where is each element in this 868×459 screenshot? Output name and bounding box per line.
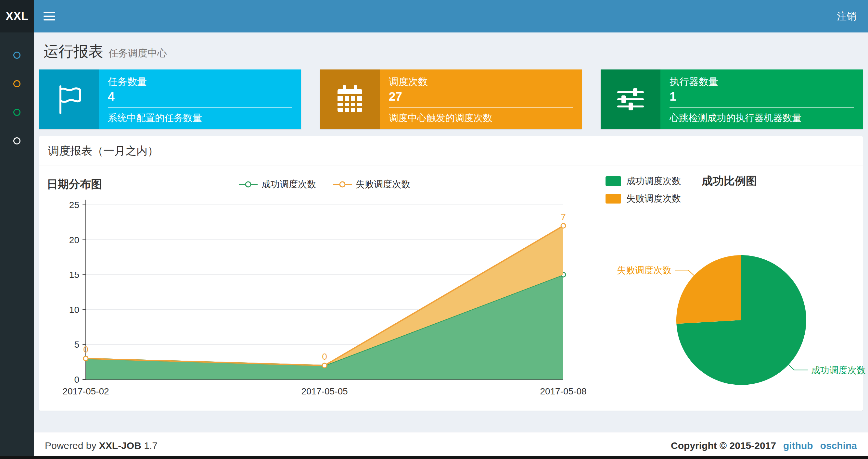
navbar-right: 注销 bbox=[837, 0, 868, 32]
info-box-body: 调度次数 27 调度中心触发的调度次数 bbox=[380, 69, 582, 129]
svg-text:2017-05-05: 2017-05-05 bbox=[301, 386, 348, 396]
divider bbox=[389, 107, 573, 108]
svg-text:0: 0 bbox=[322, 352, 327, 362]
page-title: 运行报表 任务调度中心 bbox=[43, 41, 863, 62]
svg-text:25: 25 bbox=[69, 200, 79, 210]
svg-text:2017-05-08: 2017-05-08 bbox=[540, 386, 586, 396]
version: 1.7 bbox=[144, 440, 158, 451]
sidebar-item-nav-dot-report[interactable] bbox=[0, 41, 34, 69]
powered-prefix: Powered by bbox=[45, 440, 96, 451]
line-chart-header: 日期分布图 成功调度次数失败调度次数 bbox=[47, 174, 586, 195]
content-header: 运行报表 任务调度中心 bbox=[34, 32, 868, 69]
sidebar bbox=[0, 32, 34, 459]
info-box-body: 任务数量 4 系统中配置的任务数量 bbox=[99, 69, 301, 129]
legend-label: 成功调度次数 bbox=[261, 178, 316, 191]
flag-icon bbox=[39, 69, 99, 129]
info-box-body: 执行器数量 1 心跳检测成功的执行器机器数量 bbox=[660, 69, 863, 129]
powered-by: Powered by XXL-JOB 1.7 bbox=[45, 440, 158, 451]
circle-icon bbox=[13, 52, 21, 59]
pie-chart-svg: 成功调度次数失败调度次数 bbox=[606, 205, 856, 393]
footer: Powered by XXL-JOB 1.7 Copyright © 2015-… bbox=[34, 432, 868, 459]
legend-item[interactable]: 失败调度次数 bbox=[333, 178, 410, 191]
legend-item[interactable]: 成功调度次数 bbox=[239, 178, 316, 191]
sidebar-toggle-button[interactable] bbox=[34, 0, 65, 32]
info-box-title: 执行器数量 bbox=[670, 75, 854, 89]
info-box-title: 任务数量 bbox=[108, 75, 292, 89]
info-box-desc: 系统中配置的任务数量 bbox=[108, 112, 292, 125]
pie-chart-title: 成功比例图 bbox=[702, 174, 757, 189]
info-box-executors: 执行器数量 1 心跳检测成功的执行器机器数量 bbox=[601, 69, 863, 129]
sliders-icon bbox=[601, 69, 660, 129]
svg-text:7: 7 bbox=[561, 212, 566, 222]
line-chart-svg: 05101520252017-05-022017-05-052017-05-08… bbox=[47, 195, 586, 403]
svg-text:15: 15 bbox=[69, 270, 79, 280]
report-panel: 调度报表（一月之内） 日期分布图 成功调度次数失败调度次数 0510152025… bbox=[39, 136, 863, 411]
svg-text:10: 10 bbox=[69, 305, 79, 315]
page-subtitle: 任务调度中心 bbox=[108, 47, 167, 60]
screen-bottom-edge bbox=[0, 456, 868, 459]
github-link[interactable]: github bbox=[783, 440, 813, 451]
main-content: 运行报表 任务调度中心 任务数量 4 系统中配置的任务数量 bbox=[34, 32, 868, 459]
info-box-value: 27 bbox=[389, 90, 573, 103]
sidebar-item-nav-dot-help[interactable] bbox=[0, 127, 34, 155]
sidebar-item-nav-dot-log[interactable] bbox=[0, 98, 34, 127]
pie-chart-header: 成功调度次数失败调度次数 成功比例图 bbox=[606, 174, 856, 205]
info-box-jobs: 任务数量 4 系统中配置的任务数量 bbox=[39, 69, 301, 129]
svg-text:0: 0 bbox=[83, 345, 88, 355]
legend-line-icon bbox=[239, 181, 258, 188]
top-navbar: XXL 注销 bbox=[0, 0, 868, 32]
sidebar-item-nav-dot-jobs[interactable] bbox=[0, 69, 34, 98]
info-box-value: 1 bbox=[670, 90, 854, 103]
svg-text:2017-05-02: 2017-05-02 bbox=[62, 386, 109, 396]
success-ratio-chart: 成功调度次数失败调度次数 成功比例图 成功调度次数失败调度次数 bbox=[586, 174, 856, 403]
panel-title: 调度报表（一月之内） bbox=[39, 136, 863, 166]
legend-label: 失败调度次数 bbox=[356, 178, 410, 191]
info-box-desc: 心跳检测成功的执行器机器数量 bbox=[670, 112, 854, 125]
info-box-value: 4 bbox=[108, 90, 292, 103]
info-box-title: 调度次数 bbox=[389, 75, 573, 89]
divider bbox=[108, 107, 292, 108]
hamburger-icon bbox=[43, 15, 55, 17]
legend-item[interactable]: 失败调度次数 bbox=[606, 193, 681, 205]
info-box-row: 任务数量 4 系统中配置的任务数量 bbox=[34, 69, 868, 129]
copyright: Copyright © 2015-2017 bbox=[671, 440, 776, 451]
legend-swatch-icon bbox=[606, 194, 621, 203]
divider bbox=[670, 107, 854, 108]
logo-text: XXL bbox=[5, 9, 28, 23]
oschina-link[interactable]: oschina bbox=[820, 440, 857, 451]
logout-link[interactable]: 注销 bbox=[837, 10, 856, 23]
legend-label: 失败调度次数 bbox=[626, 193, 681, 205]
svg-text:5: 5 bbox=[74, 339, 79, 350]
circle-icon bbox=[13, 137, 21, 144]
legend-label: 成功调度次数 bbox=[626, 175, 681, 187]
info-box-triggers: 调度次数 27 调度中心触发的调度次数 bbox=[320, 69, 582, 129]
date-distribution-chart: 日期分布图 成功调度次数失败调度次数 05101520252017-05-022… bbox=[47, 174, 586, 403]
brand-name: XXL-JOB bbox=[99, 440, 141, 451]
info-box-desc: 调度中心触发的调度次数 bbox=[389, 112, 573, 125]
line-chart-legend: 成功调度次数失败调度次数 bbox=[102, 178, 547, 191]
legend-item[interactable]: 成功调度次数 bbox=[606, 175, 681, 187]
pie-chart-legend: 成功调度次数失败调度次数 bbox=[606, 174, 681, 205]
calendar-icon bbox=[320, 69, 380, 129]
legend-swatch-icon bbox=[606, 176, 621, 186]
svg-text:20: 20 bbox=[69, 235, 79, 245]
line-chart-title: 日期分布图 bbox=[47, 177, 102, 192]
footer-right: Copyright © 2015-2017 github oschina bbox=[671, 440, 857, 451]
logo[interactable]: XXL bbox=[0, 0, 34, 32]
svg-text:成功调度次数: 成功调度次数 bbox=[811, 365, 866, 375]
page-title-text: 运行报表 bbox=[43, 41, 103, 62]
svg-text:失败调度次数: 失败调度次数 bbox=[617, 265, 672, 275]
svg-text:0: 0 bbox=[74, 374, 79, 385]
circle-icon bbox=[13, 80, 21, 87]
pie-slice bbox=[676, 255, 741, 324]
charts-area: 日期分布图 成功调度次数失败调度次数 05101520252017-05-022… bbox=[39, 166, 863, 411]
legend-line-icon bbox=[333, 181, 352, 188]
circle-icon bbox=[13, 109, 21, 116]
